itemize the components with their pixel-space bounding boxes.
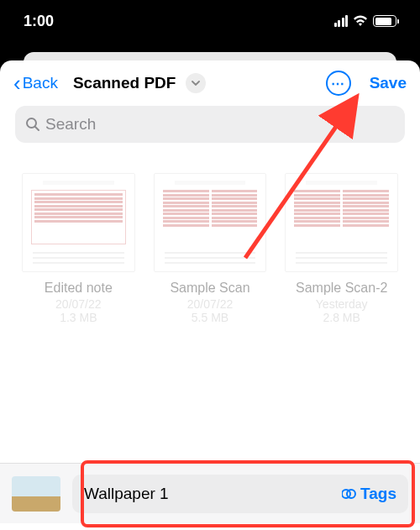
filename-value: Wallpaper 1 [84, 485, 342, 503]
file-name: Sample Scan [154, 281, 267, 296]
back-label: Back [23, 74, 58, 92]
search-placeholder: Search [45, 115, 96, 134]
tags-label: Tags [360, 485, 396, 503]
chevron-left-icon: ‹ [13, 72, 21, 94]
ellipsis-icon: ⋯ [331, 76, 345, 92]
more-button[interactable]: ⋯ [326, 71, 351, 96]
file-size: 2.8 MB [285, 311, 398, 324]
file-grid: Edited note 20/07/22 1.3 MB Sample Scan … [0, 155, 420, 343]
wifi-icon [353, 15, 368, 27]
status-bar: 1:00 [0, 0, 420, 42]
page-title: Scanned PDF [73, 74, 176, 92]
save-sheet: ‹ Back Scanned PDF ⋯ Save Search Edited … [0, 60, 420, 530]
search-icon [25, 117, 40, 132]
file-thumbnail [154, 173, 267, 272]
signal-icon [334, 15, 349, 27]
tags-button[interactable]: Tags [342, 485, 396, 503]
file-name: Edited note [22, 281, 135, 296]
rename-bar: Wallpaper 1 Tags [0, 463, 420, 523]
file-size: 1.3 MB [22, 311, 135, 324]
file-date: Yesterday [285, 297, 398, 311]
file-size: 5.5 MB [154, 311, 267, 324]
file-date: 20/07/22 [22, 297, 135, 311]
filename-input[interactable]: Wallpaper 1 Tags [72, 475, 408, 513]
file-date: 20/07/22 [154, 297, 267, 311]
chevron-down-icon [192, 81, 200, 86]
battery-icon [373, 15, 396, 27]
file-item[interactable]: Sample Scan 20/07/22 5.5 MB [154, 173, 267, 324]
file-thumbnail [285, 173, 398, 272]
svg-line-1 [35, 127, 39, 130]
search-input[interactable]: Search [15, 106, 405, 143]
file-preview-thumb[interactable] [12, 476, 60, 512]
tags-icon [342, 488, 357, 500]
file-thumbnail [22, 173, 135, 272]
title-dropdown[interactable] [186, 73, 206, 93]
file-name: Sample Scan-2 [285, 281, 398, 296]
back-button[interactable]: ‹ Back [13, 72, 58, 94]
file-item[interactable]: Sample Scan-2 Yesterday 2.8 MB [285, 173, 398, 324]
status-time: 1:00 [24, 13, 54, 30]
status-icons [334, 15, 397, 27]
save-button[interactable]: Save [370, 74, 407, 92]
nav-bar: ‹ Back Scanned PDF ⋯ Save [0, 60, 420, 106]
file-item[interactable]: Edited note 20/07/22 1.3 MB [22, 173, 135, 324]
